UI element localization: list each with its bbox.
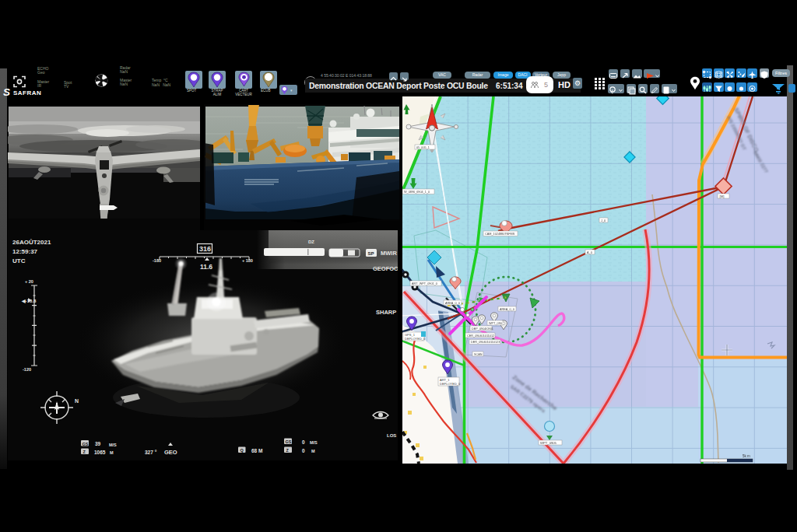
svg-text:M/S: M/S	[310, 440, 318, 445]
svg-text:327 °: 327 °	[145, 450, 157, 455]
svg-text:ART_WPT_0901_0: ART_WPT_0901_0	[412, 282, 437, 285]
svg-text:AREA_0_0: AREA_0_0	[445, 302, 460, 305]
svg-text:Q: Q	[241, 448, 244, 453]
svg-text:-180: -180	[153, 258, 161, 263]
svg-text:UTC: UTC	[12, 257, 26, 264]
svg-text:GEO: GEO	[164, 449, 177, 456]
svg-text:05_005_1: 05_005_1	[416, 146, 430, 149]
svg-text:J_0: J_0	[601, 219, 606, 222]
svg-text:SCAN: SCAN	[474, 353, 483, 356]
svg-text:DEP_0904/0901: DEP_0904/0901	[472, 327, 493, 331]
svg-text:1065: 1065	[94, 450, 106, 455]
svg-text:MMSI 2277: MMSI 2277	[753, 151, 769, 174]
svg-text:AREA_0_0: AREA_0_0	[500, 308, 514, 311]
svg-text:5k m: 5k m	[743, 454, 750, 458]
svg-text:[M]: [M]	[720, 194, 725, 198]
svg-text:+ 20: + 20	[25, 279, 33, 284]
svg-text:MWIR: MWIR	[381, 250, 397, 257]
svg-text:M: M	[311, 449, 315, 453]
svg-text:◀-10.8: ◀-10.8	[21, 299, 37, 303]
svg-text:CER_090401011012: CER_090401011012	[467, 334, 494, 338]
svg-text:N: N	[75, 398, 79, 404]
svg-text:M/S: M/S	[109, 443, 117, 447]
svg-text:39: 39	[95, 441, 101, 446]
svg-text:316: 316	[199, 245, 211, 253]
svg-text:CAM_10248807NFMS: CAM_10248807NFMS	[485, 233, 515, 236]
svg-text:DER_0904010110123: DER_0904010110123	[471, 341, 500, 344]
svg-text:A_0: A_0	[587, 251, 592, 254]
svg-text:M: M	[110, 450, 114, 455]
svg-text:SHARP: SHARP	[376, 309, 396, 316]
svg-text:WPT_0905: WPT_0905	[540, 441, 557, 445]
svg-text:GS: GS	[83, 442, 89, 446]
svg-text:WPT_090: WPT_090	[489, 322, 502, 325]
svg-text:W_0896_6904_1_0: W_0896_6904_1_0	[404, 191, 430, 194]
svg-text:DEPLOYED_0: DEPLOYED_0	[440, 382, 461, 386]
svg-text:SP: SP	[368, 251, 374, 256]
svg-text:+ 180: + 180	[242, 258, 253, 263]
svg-text:DEPLOYED_0: DEPLOYED_0	[405, 337, 426, 341]
svg-text:-120: -120	[23, 367, 31, 372]
svg-text:0: 0	[302, 448, 305, 453]
svg-text:26AOÛT2021: 26AOÛT2021	[12, 239, 51, 246]
svg-text:GEOFOC: GEOFOC	[373, 265, 398, 272]
svg-text:68 M: 68 M	[251, 448, 262, 453]
svg-text:12:59:37: 12:59:37	[12, 248, 38, 255]
svg-text:DZ: DZ	[308, 240, 314, 244]
svg-text:0: 0	[302, 439, 305, 445]
svg-text:LOS: LOS	[387, 433, 396, 438]
svg-text:11.6: 11.6	[200, 263, 212, 271]
svg-text:GS: GS	[286, 439, 292, 444]
